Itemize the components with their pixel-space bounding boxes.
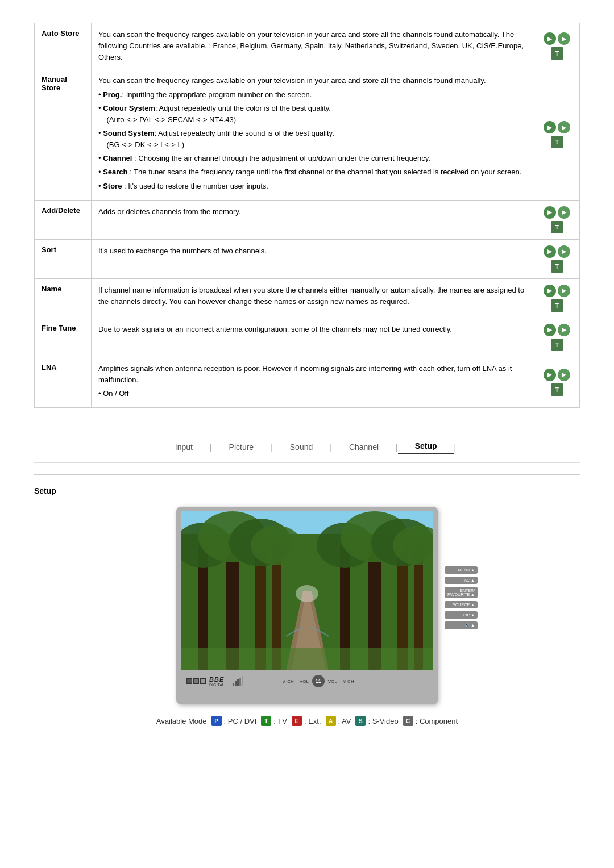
manual-sound: • Sound System: Adjust repeatedly until … — [98, 128, 527, 151]
t-box-icon: T — [551, 47, 563, 60]
icon-circles: ▶ ▶ — [544, 324, 570, 336]
icon-circles: ▶ ▶ — [544, 369, 570, 381]
mode-bar: Available Mode P : PC / DVI T : TV E : E… — [34, 716, 580, 726]
ch-down-control: ∨ CH — [343, 679, 354, 684]
manual-channel: • Channel : Choosing the air channel thr… — [98, 153, 527, 164]
play-icon-2: ▶ — [558, 206, 570, 219]
tv-outer: BBE DIGITAL — [176, 507, 438, 704]
tv-side-buttons: MENU ▲ AC ▲ ENTER/FAVOURITE ▲ SOURCE ▲ P… — [445, 566, 478, 629]
nav-item-input[interactable]: Input — [158, 440, 210, 454]
vol-down-label: VOL — [300, 679, 309, 684]
mode-av: A : AV — [326, 716, 351, 726]
source-btn[interactable]: SOURCE ▲ — [445, 601, 478, 608]
row-icon: ▶ ▶ T — [534, 357, 580, 407]
row-label: Auto Store — [35, 23, 92, 69]
table-row: Auto Store You can scan the frequency ra… — [35, 23, 580, 69]
navigation-bar: Input | Picture | Sound | Channel | Setu… — [34, 431, 580, 463]
row-icon: ▶ ▶ T — [534, 278, 580, 318]
mode-svideo: S : S-Video — [355, 716, 398, 726]
icon-group: ▶ ▶ T — [541, 369, 572, 396]
component-mode-text: : Component — [416, 717, 458, 725]
icon-group: ▶ ▶ T — [541, 245, 572, 273]
svideo-mode-text: : S-Video — [368, 717, 398, 725]
nav-item-sound[interactable]: Sound — [273, 440, 330, 454]
nav-separator: | — [454, 443, 457, 452]
play-icon-2: ▶ — [558, 285, 570, 297]
play-icon-2: ▶ — [558, 324, 570, 336]
vol-ch-area: ∧ CH VOL 11 VOL ∨ CH — [283, 675, 354, 687]
mode-component: C : Component — [403, 716, 458, 726]
tv-logo-text-group: BBE DIGITAL — [209, 676, 225, 687]
mode-ext: E : Ext. — [292, 716, 321, 726]
bar-1 — [233, 683, 234, 686]
row-desc: Adds or deletes channels from the memory… — [92, 200, 534, 239]
play-icon: ▶ — [544, 285, 556, 297]
bar-2 — [235, 681, 237, 686]
manual-store: • Store : It's used to restore the numbe… — [98, 181, 527, 192]
row-label: Fine Tune — [35, 318, 92, 357]
play-icon: ▶ — [544, 245, 556, 258]
forest-path-svg — [181, 511, 433, 670]
icon-circles: ▶ ▶ — [544, 121, 570, 133]
icon-group: ▶ ▶ T — [541, 32, 572, 60]
ext-mode-text: : Ext. — [304, 717, 321, 725]
tv-logo-sub: DIGITAL — [209, 683, 225, 687]
t-box-icon: T — [551, 136, 563, 148]
ch-down-label: ∨ CH — [343, 679, 354, 684]
icon-group: ▶ ▶ T — [541, 206, 572, 233]
row-label: LNA — [35, 357, 92, 407]
logo-box-2 — [193, 678, 199, 684]
tv-badge-icon: T — [261, 716, 271, 726]
center-ctrl-btn[interactable]: 11 — [312, 675, 325, 687]
mode-tv: T : TV — [261, 716, 287, 726]
lna-desc: Amplifies signals when antenna reception… — [98, 363, 527, 386]
manual-search: • Search : The tuner scans the frequency… — [98, 166, 527, 178]
ac-btn[interactable]: AC ▲ — [445, 577, 478, 584]
table-row: Sort It's used to exchange the numbers o… — [35, 239, 580, 278]
t-box-icon: T — [551, 299, 563, 312]
component-badge-icon: C — [403, 716, 413, 726]
t-box-icon: T — [551, 339, 563, 351]
svg-rect-21 — [181, 648, 433, 670]
t-box-icon: T — [551, 221, 563, 233]
speaker-btn[interactable]: 🔊 ▲ — [445, 621, 478, 629]
av-badge-icon: A — [326, 716, 336, 726]
nav-item-setup[interactable]: Setup — [398, 439, 454, 454]
bar-4 — [239, 678, 241, 686]
icon-circles: ▶ ▶ — [544, 32, 570, 45]
table-row: Name If channel name information is broa… — [35, 278, 580, 318]
tv-wrapper: BBE DIGITAL — [176, 507, 438, 704]
nav-item-picture[interactable]: Picture — [212, 440, 271, 454]
pip-btn[interactable]: PIP ▲ — [445, 611, 478, 619]
vol-up-label: VOL — [328, 679, 337, 684]
row-desc: If channel name information is broadcast… — [92, 278, 534, 318]
row-desc: Due to weak signals or an incorrect ante… — [92, 318, 534, 357]
tv-logo-text: BBE — [209, 676, 225, 683]
table-row: ManualStore You can scan the frequency r… — [35, 69, 580, 200]
tv-screen-content — [181, 511, 433, 670]
setup-title: Setup — [34, 486, 580, 495]
t-box-icon: T — [551, 383, 563, 396]
tv-container: BBE DIGITAL — [34, 507, 580, 704]
row-icon: ▶ ▶ T — [534, 239, 580, 278]
bar-5 — [242, 676, 243, 686]
tv-logo-boxes — [186, 678, 206, 684]
mode-bar-label: Available Mode — [156, 717, 207, 725]
manual-intro: You can scan the frequency ranges availa… — [98, 75, 527, 86]
table-row: LNA Amplifies signals when antenna recep… — [35, 357, 580, 407]
table-row: Add/Delete Adds or deletes channels from… — [35, 200, 580, 239]
enter-btn[interactable]: ENTER/FAVOURITE ▲ — [445, 587, 478, 598]
icon-group: ▶ ▶ T — [541, 121, 572, 148]
play-icon: ▶ — [544, 324, 556, 336]
channel-table: Auto Store You can scan the frequency ra… — [34, 23, 580, 408]
menu-btn[interactable]: MENU ▲ — [445, 566, 478, 574]
icon-group: ▶ ▶ T — [541, 324, 572, 351]
setup-section: Setup — [34, 486, 580, 726]
tv-logo-area: BBE DIGITAL — [186, 676, 243, 687]
icon-group: ▶ ▶ T — [541, 285, 572, 312]
row-label: Name — [35, 278, 92, 318]
t-box-icon: T — [551, 260, 563, 273]
nav-item-channel[interactable]: Channel — [332, 440, 396, 454]
row-label: ManualStore — [35, 69, 92, 200]
icon-circles: ▶ ▶ — [544, 285, 570, 297]
